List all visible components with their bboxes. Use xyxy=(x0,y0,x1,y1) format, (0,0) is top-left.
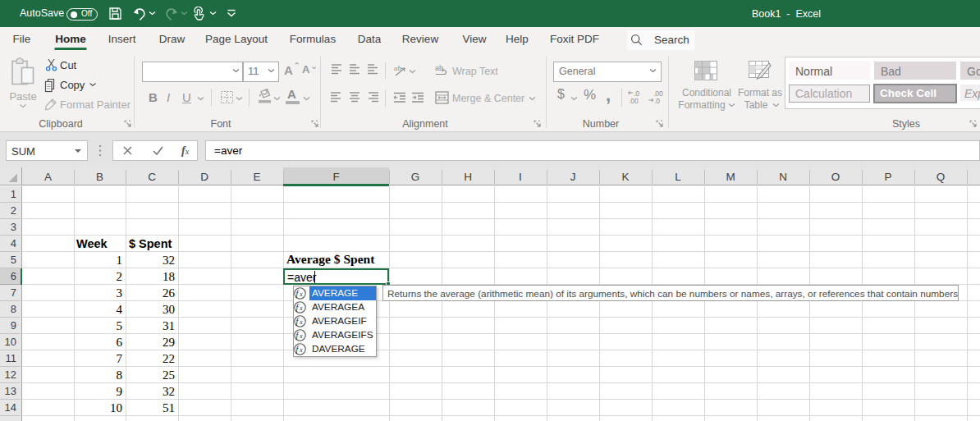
svg-text:ab: ab xyxy=(435,64,443,72)
svg-text:.0: .0 xyxy=(654,97,660,105)
svg-text:x: x xyxy=(299,332,303,340)
svg-text:x: x xyxy=(299,346,303,354)
svg-text:x: x xyxy=(299,291,303,298)
svg-text:x: x xyxy=(299,318,303,326)
svg-text:.00: .00 xyxy=(629,97,639,105)
svg-text:x: x xyxy=(299,304,303,312)
